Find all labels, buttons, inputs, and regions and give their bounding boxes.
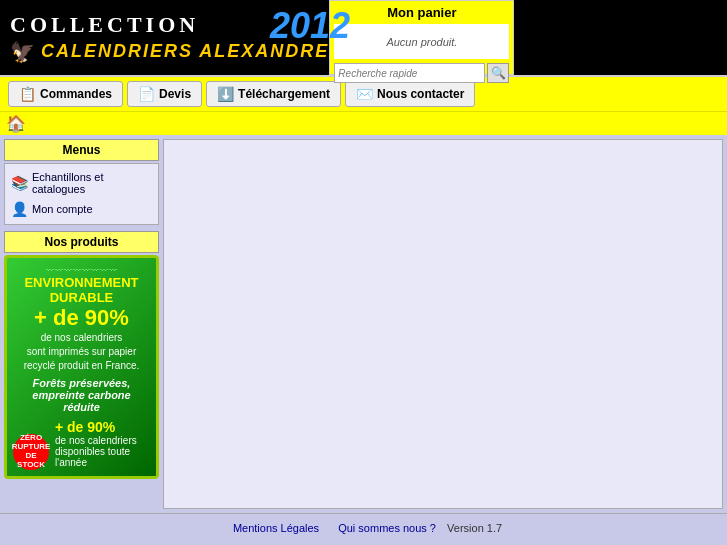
version-label: Version 1.7 bbox=[447, 522, 502, 534]
cart-panel: Mon panier Aucun produit. 🔍 bbox=[329, 0, 514, 75]
cart-empty-label: Aucun produit. bbox=[386, 36, 457, 48]
env-bottom-row: ZÉRO RUPTURE DE STOCK + de 90% de nos ca… bbox=[15, 419, 148, 468]
echantillons-label: Echantillons et catalogues bbox=[32, 171, 152, 195]
devis-button[interactable]: 📄 Devis bbox=[127, 81, 202, 107]
env-italic-content: Forêts préservées,empreinte carbonerédui… bbox=[32, 377, 130, 413]
banner-decoration: 〰〰〰〰〰〰〰〰 bbox=[15, 266, 148, 275]
env-text: de nos calendrierssont imprimés sur papi… bbox=[15, 331, 148, 373]
devis-label: Devis bbox=[159, 87, 191, 101]
commandes-button[interactable]: 📋 Commandes bbox=[8, 81, 123, 107]
echantillons-icon: 📚 bbox=[11, 175, 28, 191]
cart-title: Mon panier bbox=[387, 5, 456, 20]
devis-icon: 📄 bbox=[138, 86, 155, 102]
sidebar-item-echantillons[interactable]: 📚 Echantillons et catalogues bbox=[9, 168, 154, 198]
menus-box: 📚 Echantillons et catalogues 👤 Mon compt… bbox=[4, 163, 159, 225]
env-percent: + de 90% bbox=[15, 305, 148, 331]
env-text-content: de nos calendrierssont imprimés sur papi… bbox=[24, 332, 140, 371]
telechargement-button[interactable]: ⬇️ Téléchargement bbox=[206, 81, 341, 107]
search-input[interactable] bbox=[334, 63, 485, 83]
logo-year: 2012 bbox=[270, 5, 350, 47]
env-title: ENVIRONNEMENT DURABLE bbox=[15, 275, 148, 305]
footer: Mentions Légales Qui sommes nous ? Versi… bbox=[0, 513, 727, 542]
main: Menus 📚 Echantillons et catalogues 👤 Mon… bbox=[0, 135, 727, 513]
home-row: 🏠 bbox=[0, 111, 727, 135]
env-bottom-text: de nos calendriersdisponibles toute l'an… bbox=[55, 435, 137, 468]
search-button[interactable]: 🔍 bbox=[487, 63, 509, 83]
sidebar: Menus 📚 Echantillons et catalogues 👤 Mon… bbox=[4, 139, 159, 509]
sidebar-item-compte[interactable]: 👤 Mon compte bbox=[9, 198, 154, 220]
logo-wrapper: COLLECTION 2012 🦅 CALENDRIERS ALEXANDRE bbox=[0, 0, 329, 75]
home-icon[interactable]: 🏠 bbox=[6, 115, 26, 132]
env-bottom-percent: + de 90% bbox=[55, 419, 115, 435]
telechargement-label: Téléchargement bbox=[238, 87, 330, 101]
telechargement-icon: ⬇️ bbox=[217, 86, 234, 102]
compte-label: Mon compte bbox=[32, 203, 93, 215]
header: COLLECTION 2012 🦅 CALENDRIERS ALEXANDRE … bbox=[0, 0, 727, 75]
contact-button[interactable]: ✉️ Nous contacter bbox=[345, 81, 475, 107]
logo-collection: COLLECTION bbox=[10, 12, 199, 38]
env-banner: 〰〰〰〰〰〰〰〰 ENVIRONNEMENT DURABLE + de 90% … bbox=[4, 255, 159, 479]
menus-title: Menus bbox=[4, 139, 159, 161]
zero-line3: DE STOCK bbox=[13, 452, 49, 470]
contact-icon: ✉️ bbox=[356, 86, 373, 102]
qui-sommes-nous-link[interactable]: Qui sommes nous ? bbox=[338, 522, 436, 534]
cart-content: Aucun produit. bbox=[334, 24, 509, 59]
commandes-label: Commandes bbox=[40, 87, 112, 101]
env-italic: Forêts préservées,empreinte carbonerédui… bbox=[15, 377, 148, 413]
contact-label: Nous contacter bbox=[377, 87, 464, 101]
produits-title: Nos produits bbox=[4, 231, 159, 253]
content-area bbox=[163, 139, 723, 509]
logo-bird-icon: 🦅 bbox=[10, 40, 35, 64]
env-bottom: + de 90% de nos calendriersdisponibles t… bbox=[55, 419, 148, 468]
compte-icon: 👤 bbox=[11, 201, 28, 217]
commandes-icon: 📋 bbox=[19, 86, 36, 102]
zero-rupture-badge: ZÉRO RUPTURE DE STOCK bbox=[13, 434, 49, 470]
mentions-legales-link[interactable]: Mentions Légales bbox=[233, 522, 319, 534]
search-row: 🔍 bbox=[334, 63, 509, 83]
logo-top-row: COLLECTION 2012 bbox=[10, 12, 199, 38]
